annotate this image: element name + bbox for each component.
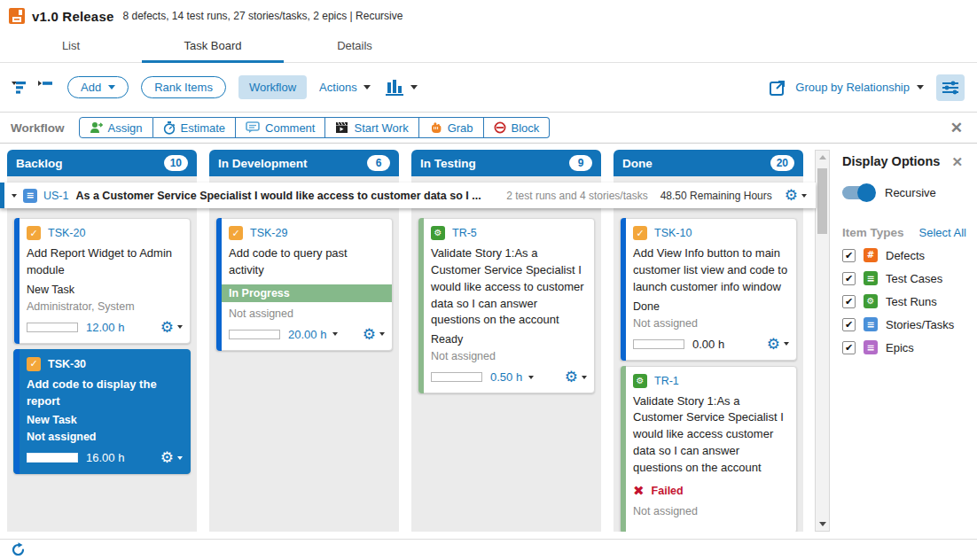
checkbox[interactable]: ✔ xyxy=(842,341,856,354)
main-toolbar: Add Rank Items Workflow Actions Group by… xyxy=(0,63,977,113)
estimate-button[interactable]: Estimate xyxy=(153,117,237,138)
progress-bar xyxy=(431,372,482,382)
recursive-toggle-label: Recursive xyxy=(885,186,936,199)
add-button[interactable]: Add xyxy=(67,76,129,98)
item-type-test-runs: ✔ ⚙ Test Runs xyxy=(842,294,968,308)
card-hours: 0.00 h xyxy=(692,338,724,351)
close-icon[interactable]: ✕ xyxy=(951,155,963,168)
chevron-down-icon[interactable] xyxy=(528,376,534,379)
add-button-label: Add xyxy=(81,81,101,94)
scrollbar-thumb[interactable] xyxy=(817,168,827,234)
scroll-down-icon[interactable] xyxy=(819,522,826,526)
chevron-down-icon[interactable] xyxy=(582,376,587,379)
column-header: Done 20 xyxy=(614,150,803,176)
chevron-down-icon[interactable] xyxy=(379,332,385,336)
card-title: Add Report Widget to Admin module xyxy=(27,245,183,279)
workflow-button[interactable]: Workflow xyxy=(238,75,307,99)
item-type-stories-tasks: ✔ ≡ Stories/Tasks xyxy=(842,317,968,331)
card-tsk-10[interactable]: ✓TSK-10Add View Info button to main cust… xyxy=(620,218,797,361)
card-status: Ready xyxy=(431,333,587,346)
block-button[interactable]: Block xyxy=(484,117,551,138)
gear-icon[interactable]: ⚙ xyxy=(767,337,780,352)
gear-icon[interactable]: ⚙ xyxy=(363,327,376,342)
chevron-down-icon[interactable] xyxy=(784,342,789,346)
block-icon xyxy=(494,121,506,134)
card-status: In Progress xyxy=(216,284,392,302)
scroll-up-icon[interactable] xyxy=(819,155,826,159)
chevron-down-icon[interactable] xyxy=(801,194,807,198)
column-body: ✓TSK-20Add Report Widget to Admin module… xyxy=(7,176,197,532)
card-tsk-30[interactable]: ✓TSK-30Add code to display the reportNew… xyxy=(13,349,191,475)
task-check-icon: ✓ xyxy=(633,226,647,240)
display-options-button[interactable] xyxy=(936,74,965,101)
gear-icon[interactable]: ⚙ xyxy=(160,320,174,335)
card-title: Add code to display the report xyxy=(27,377,183,410)
story-row[interactable]: ≡ US-1 As a Customer Service Specialist … xyxy=(0,183,816,208)
display-options-panel: Display Options ✕ Recursive Item Types S… xyxy=(833,144,977,539)
column-count-badge: 6 xyxy=(367,155,390,171)
checkbox[interactable]: ✔ xyxy=(842,318,856,331)
progress-bar xyxy=(27,323,78,332)
chevron-down-icon[interactable] xyxy=(177,325,183,329)
card-id-link[interactable]: TSK-10 xyxy=(654,227,692,239)
actions-button[interactable]: Actions xyxy=(319,81,371,94)
column-header: In Development 6 xyxy=(209,150,399,176)
column-count-badge: 20 xyxy=(770,155,794,171)
tab-details[interactable]: Details xyxy=(284,32,426,62)
checkbox[interactable]: ✔ xyxy=(842,272,856,285)
gear-icon[interactable]: ⚙ xyxy=(160,450,174,465)
epic-icon: ≡ xyxy=(864,340,878,354)
chevron-down-icon[interactable] xyxy=(332,332,338,336)
checkbox[interactable]: ✔ xyxy=(842,295,856,308)
group-by-label: Group by Relationship xyxy=(795,81,910,94)
progress-bar xyxy=(27,453,78,463)
story-summary: 2 test runs and 4 stories/tasks xyxy=(506,190,647,202)
card-owner: Not assigned xyxy=(633,317,789,330)
open-board-icon[interactable] xyxy=(769,79,786,97)
card-tr-5[interactable]: ⚙TR-5Validate Story 1:As a Customer Serv… xyxy=(418,218,595,393)
card-id-link[interactable]: TSK-30 xyxy=(48,358,86,370)
chart-menu-button[interactable] xyxy=(385,79,418,97)
rank-items-button[interactable]: Rank Items xyxy=(141,76,226,98)
rank-items-label: Rank Items xyxy=(154,81,213,94)
checkbox[interactable]: ✔ xyxy=(842,249,856,262)
card-owner: Not assigned xyxy=(633,505,789,517)
tab-list[interactable]: List xyxy=(0,32,142,62)
item-types-label: Item Types xyxy=(842,226,904,239)
test-case-icon: ≡ xyxy=(864,271,878,285)
card-id-link[interactable]: TR-1 xyxy=(654,375,679,387)
column-body: ⚙TR-5Validate Story 1:As a Customer Serv… xyxy=(411,176,601,532)
workflow-action-bar: Workflow Assign Estimate Comment Start W… xyxy=(0,113,977,144)
select-all-link[interactable]: Select All xyxy=(919,226,966,239)
recursive-toggle[interactable] xyxy=(842,186,874,199)
workflow-button-group: Assign Estimate Comment Start Work Grab … xyxy=(79,117,551,138)
card-tsk-20[interactable]: ✓TSK-20Add Report Widget to Admin module… xyxy=(13,218,191,344)
story-icon: ≡ xyxy=(23,189,37,203)
vertical-scrollbar[interactable] xyxy=(815,150,830,532)
collapse-story-icon[interactable] xyxy=(12,194,17,198)
card-title: Validate Story 1:As a Customer Service S… xyxy=(431,245,587,329)
close-icon[interactable]: ✕ xyxy=(950,121,963,136)
gear-icon[interactable]: ⚙ xyxy=(565,369,578,385)
tab-task-board[interactable]: Task Board xyxy=(142,32,284,62)
card-tsk-29[interactable]: ✓TSK-29Add code to query past activityIn… xyxy=(215,218,393,351)
grab-button[interactable]: Grab xyxy=(419,117,484,138)
collapse-all-icon[interactable] xyxy=(37,81,53,95)
card-color-strip xyxy=(418,218,424,393)
comment-button[interactable]: Comment xyxy=(236,117,325,138)
story-id-link[interactable]: US-1 xyxy=(43,190,68,202)
card-status: Done xyxy=(633,300,789,313)
chevron-down-icon[interactable] xyxy=(177,456,183,460)
tab-bar: List Task Board Details xyxy=(0,32,977,63)
start-work-button[interactable]: Start Work xyxy=(325,117,418,138)
assign-button[interactable]: Assign xyxy=(79,117,153,138)
refresh-icon[interactable] xyxy=(11,542,26,557)
expand-all-icon[interactable] xyxy=(11,81,27,95)
card-id-link[interactable]: TR-5 xyxy=(452,227,477,239)
card-tr-1[interactable]: ⚙TR-1Validate Story 1:As a Customer Serv… xyxy=(620,366,797,532)
card-id-link[interactable]: TSK-20 xyxy=(48,227,85,239)
group-by-dropdown[interactable]: Group by Relationship xyxy=(795,81,924,94)
card-id-link[interactable]: TSK-29 xyxy=(250,227,287,239)
gear-icon[interactable]: ⚙ xyxy=(785,188,798,203)
column-body: ✓TSK-29Add code to query past activityIn… xyxy=(209,176,399,532)
